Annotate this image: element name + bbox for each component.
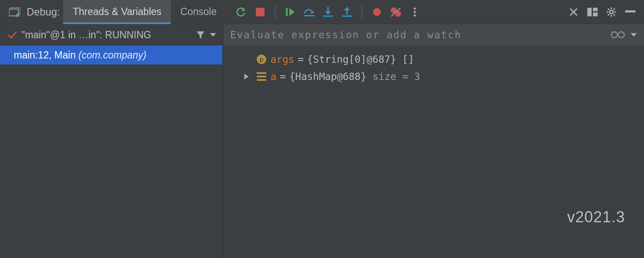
param-icon: p bbox=[256, 54, 267, 65]
step-into-icon[interactable] bbox=[319, 0, 337, 24]
variable-row[interactable]: a = {HashMap@688} size = 3 bbox=[240, 68, 644, 85]
equals-sign: = bbox=[298, 54, 304, 65]
svg-rect-4 bbox=[286, 8, 288, 16]
svg-point-33 bbox=[618, 32, 624, 38]
step-over-icon[interactable] bbox=[300, 0, 319, 24]
svg-point-16 bbox=[414, 14, 416, 16]
thread-label: "main"@1 in …in": RUNNING bbox=[21, 29, 191, 41]
variable-name: args bbox=[270, 54, 294, 65]
frame-package: (com.company) bbox=[78, 49, 146, 61]
svg-line-28 bbox=[614, 14, 615, 15]
svg-point-14 bbox=[414, 7, 416, 9]
dropdown-icon[interactable] bbox=[210, 32, 216, 37]
svg-rect-37 bbox=[257, 76, 266, 77]
tab-label: Threads & Variables bbox=[73, 6, 161, 18]
tab-label: Console bbox=[180, 6, 216, 18]
more-icon[interactable] bbox=[405, 0, 424, 24]
frame-location: main:12, Main bbox=[14, 49, 76, 61]
stop-icon[interactable] bbox=[251, 0, 270, 24]
resume-icon[interactable] bbox=[281, 0, 300, 24]
variable-row[interactable]: p args = {String[0]@687} [] bbox=[240, 51, 644, 68]
svg-point-10 bbox=[373, 8, 381, 16]
rerun-icon[interactable] bbox=[232, 0, 251, 24]
stack-frame[interactable]: main:12, Main (com.company) bbox=[0, 46, 222, 64]
svg-line-29 bbox=[614, 9, 615, 10]
svg-line-30 bbox=[608, 14, 609, 15]
equals-sign: = bbox=[280, 71, 286, 82]
variable-name: a bbox=[270, 71, 276, 82]
svg-rect-19 bbox=[587, 8, 592, 16]
variable-value: {HashMap@688} bbox=[289, 71, 367, 82]
check-icon bbox=[8, 31, 17, 39]
version-label: v2021.3 bbox=[567, 208, 625, 226]
toolbar-separator bbox=[275, 6, 276, 18]
svg-rect-7 bbox=[323, 15, 333, 17]
tab-threads-variables[interactable]: Threads & Variables bbox=[63, 0, 171, 24]
map-icon bbox=[256, 71, 267, 82]
layout-icon[interactable] bbox=[583, 0, 602, 24]
svg-rect-21 bbox=[593, 12, 598, 16]
svg-rect-3 bbox=[256, 8, 264, 16]
debug-toolbar: Debug: Threads & Variables Console bbox=[0, 0, 644, 24]
view-breakpoints-icon[interactable] bbox=[368, 0, 386, 24]
thread-selector[interactable]: "main"@1 in …in": RUNNING bbox=[0, 24, 222, 46]
glasses-icon[interactable] bbox=[611, 31, 625, 39]
svg-rect-20 bbox=[593, 8, 598, 11]
evaluate-input[interactable] bbox=[230, 29, 605, 40]
svg-rect-36 bbox=[257, 72, 266, 74]
svg-text:p: p bbox=[260, 55, 263, 63]
tool-window-icon[interactable] bbox=[5, 0, 24, 24]
mute-breakpoints-icon[interactable] bbox=[386, 0, 405, 24]
svg-rect-5 bbox=[304, 15, 314, 16]
toolbar-separator bbox=[361, 6, 362, 18]
svg-line-27 bbox=[608, 9, 609, 10]
variable-extra: size = 3 bbox=[373, 71, 420, 82]
evaluate-row bbox=[223, 24, 644, 46]
svg-point-15 bbox=[414, 11, 416, 13]
frames-panel: "main"@1 in …in": RUNNING main:12, Main … bbox=[0, 24, 223, 258]
dropdown-icon[interactable] bbox=[630, 32, 637, 37]
close-icon[interactable] bbox=[564, 0, 583, 24]
tab-console[interactable]: Console bbox=[171, 0, 226, 24]
debug-panel-body: "main"@1 in …in": RUNNING main:12, Main … bbox=[0, 24, 644, 258]
variable-value: {String[0]@687} [] bbox=[307, 54, 414, 65]
svg-point-32 bbox=[611, 32, 617, 38]
svg-point-22 bbox=[610, 10, 613, 14]
svg-rect-9 bbox=[342, 15, 352, 17]
svg-rect-31 bbox=[625, 10, 635, 12]
settings-icon[interactable] bbox=[602, 0, 621, 24]
debug-title: Debug: bbox=[24, 6, 63, 18]
hide-icon[interactable] bbox=[621, 0, 640, 24]
filter-icon[interactable] bbox=[196, 30, 205, 40]
step-out-icon[interactable] bbox=[337, 0, 356, 24]
expand-chevron-icon[interactable] bbox=[240, 73, 252, 80]
svg-rect-38 bbox=[257, 79, 266, 81]
